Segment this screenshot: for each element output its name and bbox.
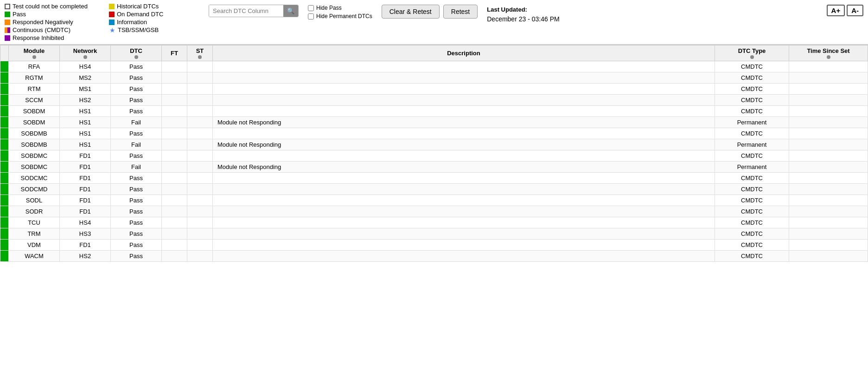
st-cell xyxy=(187,84,213,95)
response-inhibited-icon xyxy=(5,35,10,41)
module-cell: SOBDMB xyxy=(9,139,60,150)
st-cell xyxy=(187,150,213,162)
dtctype-cell: CMDTC xyxy=(715,195,789,206)
on-demand-dtc-icon xyxy=(109,12,115,17)
legend-response-inhibited-label: Response Inhibited xyxy=(13,34,64,41)
col-header-dtctype[interactable]: DTC Type xyxy=(715,45,789,61)
font-decrease-button[interactable]: A- xyxy=(847,5,863,16)
retest-button[interactable]: Retest xyxy=(443,5,478,19)
ft-cell xyxy=(162,106,187,117)
dtctype-cell: CMDTC xyxy=(715,95,789,106)
table-row: RGTMMS2PassCMDTC xyxy=(0,72,868,84)
dtctype-cell: Permanent xyxy=(715,139,789,150)
dtctype-cell: CMDTC xyxy=(715,206,789,217)
network-cell: FD1 xyxy=(60,162,111,173)
status-indicator xyxy=(0,184,9,195)
dtc-table: Module Network DTC FT ST xyxy=(0,45,868,262)
legend-on-demand-dtc-label: On Demand DTC xyxy=(117,11,163,18)
col-header-description[interactable]: Description xyxy=(213,45,715,61)
table-header: Module Network DTC FT ST xyxy=(0,45,868,61)
legend-response-inhibited: Response Inhibited xyxy=(5,34,95,41)
st-cell xyxy=(187,206,213,217)
table-row: SODCMCFD1PassCMDTC xyxy=(0,173,868,184)
legend-responded-negatively-label: Responded Negatively xyxy=(13,19,73,26)
hide-permanent-dtcs-label[interactable]: Hide Permanent DTCs xyxy=(308,13,372,19)
module-cell: SOBDMB xyxy=(9,128,60,139)
module-cell: SODR xyxy=(9,206,60,217)
table-row: RFAHS4PassCMDTC xyxy=(0,61,868,72)
network-cell: HS4 xyxy=(60,217,111,228)
module-cell: SODCMC xyxy=(9,173,60,184)
status-indicator xyxy=(0,228,9,240)
dtc-cell: Fail xyxy=(111,117,162,128)
table-row: SOBDMBHS1FailModule not RespondingPerman… xyxy=(0,139,868,150)
time-cell xyxy=(789,150,868,162)
description-cell xyxy=(213,95,715,106)
description-cell: Module not Responding xyxy=(213,139,715,150)
description-cell xyxy=(213,128,715,139)
time-cell xyxy=(789,195,868,206)
status-indicator xyxy=(0,95,9,106)
table-row: SODCMDFD1PassCMDTC xyxy=(0,184,868,195)
st-cell xyxy=(187,128,213,139)
search-input[interactable] xyxy=(209,5,283,17)
col-header-time[interactable]: Time Since Set xyxy=(789,45,868,61)
status-indicator xyxy=(0,162,9,173)
pass-icon xyxy=(5,12,10,17)
table-row: WACMHS2PassCMDTC xyxy=(0,251,868,262)
search-button[interactable]: 🔍 xyxy=(283,5,298,17)
network-cell: HS1 xyxy=(60,128,111,139)
col-header-st[interactable]: ST xyxy=(187,45,213,61)
ft-cell xyxy=(162,128,187,139)
ft-cell xyxy=(162,72,187,84)
module-cell: RGTM xyxy=(9,72,60,84)
status-indicator xyxy=(0,106,9,117)
network-cell: FD1 xyxy=(60,206,111,217)
st-cell xyxy=(187,162,213,173)
status-indicator xyxy=(0,84,9,95)
module-cell: RTM xyxy=(9,84,60,95)
network-cell: HS4 xyxy=(60,61,111,72)
description-cell: Module not Responding xyxy=(213,162,715,173)
dtc-cell: Fail xyxy=(111,139,162,150)
clear-retest-button[interactable]: Clear & Retest xyxy=(382,5,440,19)
font-increase-button[interactable]: A+ xyxy=(827,5,845,16)
st-cell xyxy=(187,139,213,150)
st-cell xyxy=(187,184,213,195)
module-cell: RFA xyxy=(9,61,60,72)
tsb-icon: ★ xyxy=(109,27,115,33)
status-indicator xyxy=(0,150,9,162)
ft-cell xyxy=(162,195,187,206)
network-cell: FD1 xyxy=(60,173,111,184)
network-cell: HS1 xyxy=(60,106,111,117)
module-cell: SOBDM xyxy=(9,106,60,117)
st-cell xyxy=(187,251,213,262)
table-row: TCUHS4PassCMDTC xyxy=(0,217,868,228)
ft-cell xyxy=(162,173,187,184)
dtctype-cell: Permanent xyxy=(715,117,789,128)
time-cell xyxy=(789,84,868,95)
st-cell xyxy=(187,95,213,106)
dtctype-cell: CMDTC xyxy=(715,184,789,195)
ft-cell xyxy=(162,84,187,95)
dtc-cell: Pass xyxy=(111,106,162,117)
col-header-network[interactable]: Network xyxy=(60,45,111,61)
legend-information-label: Information xyxy=(117,19,147,26)
col-header-dtc[interactable]: DTC xyxy=(111,45,162,61)
search-area: 🔍 xyxy=(209,3,299,17)
col-header-ft[interactable]: FT xyxy=(162,45,187,61)
col-header-module[interactable]: Module xyxy=(9,45,60,61)
dtc-cell: Pass xyxy=(111,251,162,262)
ft-cell xyxy=(162,162,187,173)
ft-cell xyxy=(162,251,187,262)
hide-pass-checkbox[interactable] xyxy=(308,5,314,11)
dtc-cell: Pass xyxy=(111,150,162,162)
ft-cell xyxy=(162,228,187,240)
time-cell xyxy=(789,128,868,139)
ft-cell xyxy=(162,150,187,162)
module-cell: SOBDM xyxy=(9,117,60,128)
hide-permanent-dtcs-checkbox[interactable] xyxy=(308,13,314,19)
time-cell xyxy=(789,173,868,184)
ft-cell xyxy=(162,206,187,217)
hide-pass-label[interactable]: Hide Pass xyxy=(308,5,372,11)
